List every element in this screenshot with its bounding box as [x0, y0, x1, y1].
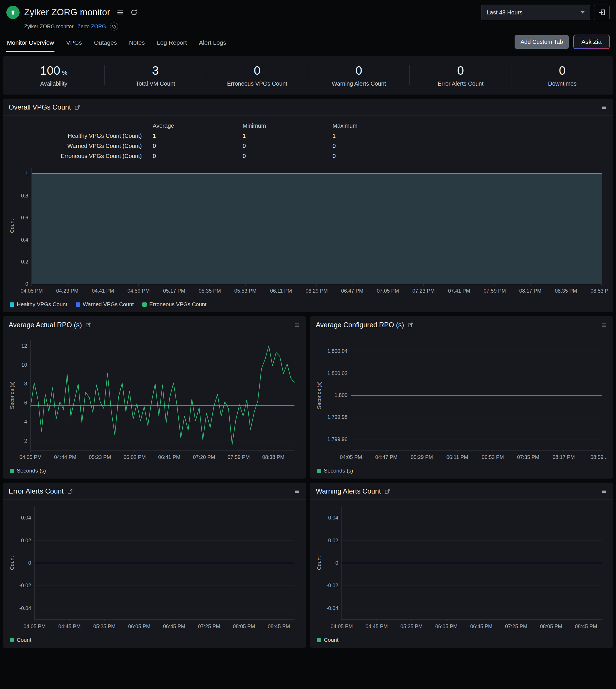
svg-text:07:23 PM: 07:23 PM	[412, 288, 435, 294]
svg-text:08:38 PM: 08:38 PM	[262, 454, 284, 460]
svg-text:-0.04: -0.04	[19, 605, 31, 611]
svg-text:06:47 PM: 06:47 PM	[341, 288, 363, 294]
stat-label: Total VM Count	[105, 81, 206, 87]
svg-text:04:05 PM: 04:05 PM	[330, 624, 353, 629]
svg-text:07:25 PM: 07:25 PM	[505, 624, 527, 629]
stat-value: 0	[308, 64, 410, 78]
tab-alert-logs[interactable]: Alert Logs	[198, 35, 227, 51]
breadcrumb-link[interactable]: Zerto ZORG	[78, 24, 106, 30]
menu-icon[interactable]	[116, 9, 124, 16]
svg-text:4: 4	[24, 419, 27, 425]
svg-text:Seconds (s): Seconds (s)	[316, 381, 322, 409]
table-cell: 1	[153, 133, 243, 139]
ask-zia-button[interactable]: Ask Zia	[573, 35, 610, 49]
svg-text:0.8: 0.8	[21, 193, 28, 199]
time-range-select[interactable]: Last 48 Hours	[481, 5, 590, 20]
svg-text:04:41 PM: 04:41 PM	[92, 288, 114, 294]
svg-text:0: 0	[28, 560, 31, 566]
stat-label: Availability	[3, 81, 105, 87]
table-cell: 0	[243, 153, 332, 159]
tab-log-report[interactable]: Log Report	[156, 35, 188, 51]
add-custom-tab-button[interactable]: Add Custom Tab	[514, 35, 569, 49]
monitor-status-icon	[6, 6, 20, 19]
table-row-label: Warned VPGs Count (Count)	[3, 143, 153, 149]
panel-title: Error Alerts Count	[9, 487, 64, 495]
svg-text:07:59 PM: 07:59 PM	[227, 454, 250, 460]
tab-outages[interactable]: Outages	[93, 35, 117, 51]
table-cell: 1	[243, 133, 332, 139]
page-title: Zylker ZORG monitor	[24, 7, 110, 18]
svg-text:0: 0	[335, 560, 338, 566]
legend-swatch	[10, 638, 14, 642]
stat-value: 0	[511, 64, 613, 78]
svg-text:1: 1	[25, 171, 28, 176]
svg-text:08:35 PM: 08:35 PM	[555, 288, 577, 294]
svg-text:Count: Count	[9, 219, 15, 233]
table-header: Average	[153, 123, 243, 129]
svg-text:04:45 PM: 04:45 PM	[59, 624, 81, 629]
svg-text:10: 10	[21, 362, 27, 368]
svg-text:07:25 PM: 07:25 PM	[198, 624, 220, 629]
svg-text:6: 6	[24, 400, 27, 406]
panel-menu-icon[interactable]	[294, 322, 300, 328]
header: Zylker ZORG monitor Last 48 Hours Zylker…	[0, 0, 616, 52]
expand-chart-icon[interactable]	[85, 322, 91, 328]
refresh-icon[interactable]	[130, 9, 138, 16]
svg-text:Seconds (s): Seconds (s)	[9, 381, 15, 409]
panel-average-actual-rpo: Average Actual RPO (s) 2468101204:05 PM0…	[3, 316, 306, 478]
panel-title: Average Configured RPO (s)	[316, 321, 404, 329]
svg-text:08:05 PM: 08:05 PM	[233, 624, 255, 629]
tag-icon[interactable]	[110, 22, 118, 30]
table-cell: 0	[332, 143, 613, 149]
svg-text:06:05 PM: 06:05 PM	[435, 624, 458, 629]
panel-menu-icon[interactable]	[294, 488, 300, 494]
svg-text:07:35 PM: 07:35 PM	[517, 454, 540, 460]
table-cell: 0	[243, 143, 332, 149]
legend-swatch	[317, 638, 321, 642]
panel-menu-icon[interactable]	[601, 104, 607, 110]
svg-text:1,800: 1,800	[334, 392, 348, 398]
svg-text:06:45 PM: 06:45 PM	[163, 624, 185, 629]
tab-bar: Monitor Overview VPGs Outages Notes Log …	[6, 35, 227, 51]
popout-button[interactable]	[594, 5, 610, 20]
svg-text:05:29 PM: 05:29 PM	[411, 454, 433, 460]
stat-error-alerts-count: 0 Error Alerts Count	[410, 64, 511, 87]
panel-title: Overall VPGs Count	[9, 103, 71, 111]
tab-vpgs[interactable]: VPGs	[65, 35, 82, 51]
svg-text:1,800.04: 1,800.04	[327, 348, 348, 354]
svg-text:06:29 PM: 06:29 PM	[305, 288, 328, 294]
error-alerts-chart: -0.04-0.0200.020.0404:05 PM04:45 PM05:25…	[7, 502, 301, 634]
table-cell: 1	[332, 133, 613, 139]
expand-chart-icon[interactable]	[67, 488, 73, 494]
tab-notes[interactable]: Notes	[129, 35, 146, 51]
legend-item: Seconds (s)	[317, 468, 353, 474]
svg-text:06:41 PM: 06:41 PM	[158, 454, 180, 460]
panel-menu-icon[interactable]	[601, 488, 607, 494]
stat-downtimes: 0 Downtimes	[511, 64, 613, 87]
expand-chart-icon[interactable]	[408, 322, 413, 328]
summary-stats: 100% Availability 3 Total VM Count 0 Err…	[3, 56, 613, 94]
table-header: Maximum	[332, 123, 613, 129]
panel-menu-icon[interactable]	[601, 322, 607, 328]
svg-text:-0.02: -0.02	[19, 583, 31, 588]
svg-text:0.04: 0.04	[328, 515, 338, 521]
svg-text:06:11 PM: 06:11 PM	[270, 288, 292, 294]
expand-chart-icon[interactable]	[384, 488, 390, 494]
svg-text:1,799.96: 1,799.96	[327, 436, 348, 442]
stat-value: 0	[206, 64, 308, 78]
svg-text:06:45 PM: 06:45 PM	[470, 624, 492, 629]
svg-text:07:59 PM: 07:59 PM	[484, 288, 506, 294]
expand-chart-icon[interactable]	[74, 104, 80, 110]
svg-text:08:17 PM: 08:17 PM	[553, 454, 575, 460]
table-cell: 0	[153, 153, 243, 159]
stat-value: 3	[105, 64, 206, 78]
table-cell: 0	[332, 153, 613, 159]
svg-text:05:53 PM: 05:53 PM	[234, 288, 257, 294]
average-actual-rpo-chart: 2468101204:05 PM04:44 PM05:23 PM06:02 PM…	[7, 336, 301, 465]
stat-label: Warning Alerts Count	[308, 81, 410, 87]
svg-text:1,799.98: 1,799.98	[327, 414, 348, 420]
stat-availability: 100% Availability	[3, 64, 105, 87]
tab-monitor-overview[interactable]: Monitor Overview	[6, 35, 54, 51]
breadcrumb: Zylker ZORG monitor Zerto ZORG	[24, 22, 610, 30]
svg-text:0.04: 0.04	[21, 515, 31, 521]
